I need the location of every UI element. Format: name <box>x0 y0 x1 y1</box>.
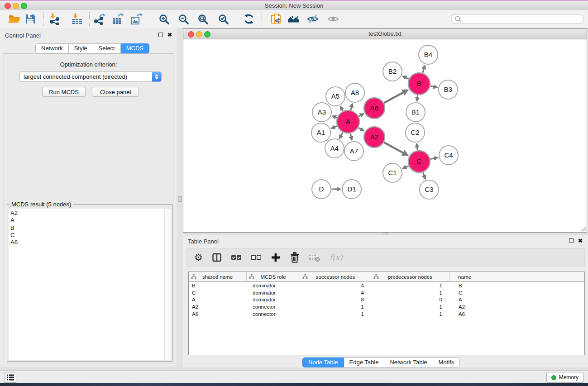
result-item[interactable]: A6 <box>9 239 165 246</box>
network-graph[interactable]: AA6A2BCA5A8A3A1A4A7B2B4B3B1C2C4C1C3DD1 <box>183 39 587 232</box>
result-item[interactable]: A2 <box>9 210 165 217</box>
function-builder-button[interactable]: f(x) <box>330 253 343 262</box>
zoom-out-button[interactable] <box>176 12 191 26</box>
table-cell[interactable]: A6 <box>189 311 247 317</box>
delete-table-button[interactable] <box>309 253 320 262</box>
table-cell[interactable]: A2 <box>189 304 247 310</box>
table-cell[interactable]: A <box>449 297 480 302</box>
table-cell[interactable]: 4 <box>300 290 371 295</box>
graph-edge-A-A1[interactable] <box>332 126 337 129</box>
table-cell[interactable]: 0 <box>371 297 449 302</box>
table-cell[interactable]: C <box>189 290 247 295</box>
graph-edge-A-A8[interactable] <box>351 104 352 110</box>
graph-edge-C-C1[interactable] <box>403 166 409 168</box>
network-canvas[interactable]: AA6A2BCA5A8A3A1A4A7B2B4B3B1C2C4C1C3DD1 <box>183 39 587 232</box>
zoom-fit-button[interactable] <box>195 12 210 26</box>
column-header-MCDS-role[interactable]: MCDS role <box>247 272 300 281</box>
column-header-successor-nodes[interactable]: successor nodes <box>300 272 371 281</box>
table-cell[interactable]: C <box>449 290 480 295</box>
save-session-button[interactable] <box>23 12 38 26</box>
export-table-button[interactable] <box>110 12 125 26</box>
tab-style[interactable]: Style <box>69 43 93 53</box>
result-item[interactable]: A <box>9 217 165 224</box>
graph-edge-A-A2[interactable] <box>359 128 363 131</box>
show-all-button[interactable] <box>325 12 341 26</box>
table-cell[interactable]: dominator <box>247 290 300 295</box>
resize-grip-icon[interactable] <box>580 225 586 232</box>
duplicate-network-button[interactable] <box>268 12 284 26</box>
table-row[interactable]: Bdominator41B <box>189 282 584 289</box>
graph-edge-A-A6[interactable] <box>359 114 363 116</box>
table-cell[interactable]: dominator <box>247 283 300 288</box>
table-cell[interactable]: B <box>449 283 480 288</box>
float-panel-button[interactable] <box>158 32 164 38</box>
search-input[interactable] <box>464 15 583 23</box>
node-table[interactable]: shared nameMCDS rolesuccessor nodesprede… <box>188 272 585 355</box>
tab-edge-table[interactable]: Edge Table <box>344 357 385 367</box>
table-cell[interactable]: 1 <box>371 283 449 288</box>
tab-motifs[interactable]: Motifs <box>433 357 460 367</box>
float-table-panel-button[interactable] <box>568 238 574 244</box>
column-header-name[interactable]: name <box>449 272 480 281</box>
add-column-button[interactable] <box>271 253 281 262</box>
tab-select[interactable]: Select <box>93 43 121 53</box>
table-cell[interactable]: 1 <box>371 304 449 310</box>
graph-edge-A-A7[interactable] <box>350 133 352 140</box>
column-header-shared-name[interactable]: shared name <box>189 272 247 281</box>
import-network-button[interactable] <box>47 12 62 26</box>
tab-node-table[interactable]: Node Table <box>302 357 344 367</box>
graph-edge-C-C3[interactable] <box>423 172 425 179</box>
column-header-predecessor-nodes[interactable]: predecessor nodes <box>371 272 449 281</box>
graph-edge-A-A3[interactable] <box>333 116 337 118</box>
table-cell[interactable]: A <box>189 297 247 302</box>
graph-edge-B-B4[interactable] <box>423 66 425 72</box>
apply-layout-button[interactable] <box>241 12 257 26</box>
graph-edge-A6-B[interactable] <box>384 90 407 103</box>
split-column-button[interactable] <box>212 253 222 262</box>
memory-button[interactable]: Memory <box>546 372 583 383</box>
graph-edge-C-C2[interactable] <box>417 144 418 150</box>
export-network-button[interactable] <box>92 12 107 26</box>
table-cell[interactable]: connector <box>247 304 300 310</box>
import-table-button[interactable] <box>69 12 85 26</box>
network-window-titlebar[interactable]: testGlobe.txt <box>183 29 587 39</box>
table-cell[interactable]: 1 <box>371 290 449 295</box>
graph-edge-A2-C[interactable] <box>384 143 407 155</box>
tab-mcds[interactable]: MCDS <box>121 43 149 53</box>
table-cell[interactable]: 8 <box>300 297 371 302</box>
table-row[interactable]: A6connector11A6 <box>189 310 584 318</box>
close-panel-action-button[interactable]: Close panel <box>92 87 139 97</box>
table-row[interactable]: A2connector11A2 <box>189 303 584 310</box>
table-cell[interactable]: A6 <box>449 311 480 317</box>
zoom-in-button[interactable] <box>156 12 172 26</box>
tab-network-table[interactable]: Network Table <box>384 357 433 367</box>
table-settings-button[interactable]: ⚙ <box>194 253 203 262</box>
vertical-splitter[interactable] <box>177 28 183 367</box>
tab-network[interactable]: Network <box>35 43 69 53</box>
table-cell[interactable]: 1 <box>371 311 449 317</box>
table-cell[interactable]: connector <box>247 311 300 317</box>
task-history-button[interactable] <box>5 372 16 383</box>
search-field[interactable] <box>451 14 584 24</box>
graph-edge-A-A5[interactable] <box>340 107 343 111</box>
graph-edge-B-B2[interactable] <box>403 76 409 79</box>
delete-columns-button[interactable] <box>290 252 300 263</box>
close-table-panel-button[interactable]: ✖ <box>577 238 583 244</box>
result-list-scrollbar[interactable] <box>164 209 171 360</box>
graph-edge-B-B3[interactable] <box>430 86 437 87</box>
close-panel-button[interactable]: ✖ <box>167 32 173 38</box>
table-cell[interactable]: 1 <box>300 311 371 317</box>
first-neighbors-button[interactable] <box>286 12 301 26</box>
zoom-selected-button[interactable] <box>215 12 231 26</box>
table-cell[interactable]: B <box>189 283 247 288</box>
graph-edge-B-B1[interactable] <box>417 95 418 100</box>
table-row[interactable]: Cdominator41C <box>189 289 584 296</box>
hide-selected-button[interactable] <box>305 12 320 26</box>
graph-edge-A-A4[interactable] <box>340 133 343 138</box>
table-cell[interactable]: A2 <box>449 304 480 310</box>
graph-edge-C-C4[interactable] <box>430 157 437 159</box>
open-session-button[interactable] <box>7 12 22 26</box>
table-cell[interactable]: dominator <box>247 297 300 302</box>
criterion-select[interactable]: largest connected component (directed) <box>19 71 162 82</box>
run-mcds-button[interactable]: Run MCDS <box>42 87 86 97</box>
